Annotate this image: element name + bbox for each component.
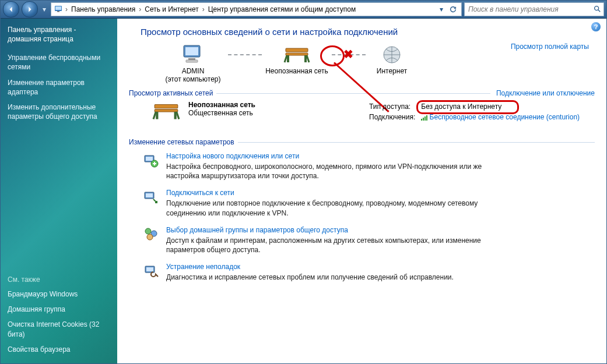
homegroup-icon bbox=[143, 226, 159, 242]
connect-disconnect-link[interactable]: Подключение или отключение bbox=[496, 89, 595, 97]
bench-icon bbox=[152, 101, 180, 122]
see-also-cookies[interactable]: Очистка Internet Cookies (32 бита) bbox=[8, 320, 110, 338]
map-node-network: Неопознанная сеть bbox=[262, 43, 332, 75]
new-connection-icon bbox=[143, 152, 159, 168]
option-title[interactable]: Устранение неполадок bbox=[166, 263, 454, 271]
option-title[interactable]: Выбор домашней группы и параметров общег… bbox=[166, 226, 493, 234]
active-network-type[interactable]: Общественная сеть bbox=[188, 109, 255, 117]
refresh-button[interactable] bbox=[447, 4, 459, 15]
map-node-internet-name: Интернет bbox=[366, 67, 418, 75]
option-homegroup: Выбор домашней группы и параметров общег… bbox=[143, 226, 595, 255]
option-connect-network: Подключиться к сети Подключение или повт… bbox=[143, 189, 595, 217]
active-network-block: Неопознанная сеть Общественная сеть Тип … bbox=[152, 101, 595, 122]
options-list: Настройка нового подключения или сети На… bbox=[143, 152, 595, 282]
map-connection-broken: ✖ bbox=[332, 54, 366, 55]
section-active-networks: Просмотр активных сетей Подключение или … bbox=[129, 89, 595, 97]
section-label: Изменение сетевых параметров bbox=[129, 138, 234, 146]
section-change-settings: Изменение сетевых параметров bbox=[129, 138, 595, 146]
nav-history-dropdown[interactable]: ▾ bbox=[40, 2, 48, 17]
svg-rect-13 bbox=[155, 105, 178, 108]
search-box[interactable] bbox=[464, 2, 604, 16]
breadcrumb-item[interactable]: Сеть и Интернет bbox=[143, 5, 199, 13]
map-connection-line bbox=[228, 54, 262, 55]
option-desc: Доступ к файлам и принтерам, расположенн… bbox=[166, 236, 493, 255]
computer-icon bbox=[158, 43, 228, 67]
access-type-value: Без доступа к Интернету bbox=[421, 103, 501, 111]
option-title[interactable]: Подключиться к сети bbox=[166, 189, 493, 197]
option-desc: Диагностика и исправление сетевых пробле… bbox=[166, 273, 454, 282]
wifi-signal-icon bbox=[421, 115, 427, 121]
window: ▾ › Панель управления › Сеть и Интернет … bbox=[0, 0, 607, 364]
breadcrumb-sep: › bbox=[64, 5, 69, 13]
option-title[interactable]: Настройка нового подключения или сети bbox=[166, 152, 493, 160]
map-node-local-name: ADMIN bbox=[158, 67, 228, 75]
nav-forward-button[interactable] bbox=[22, 1, 38, 17]
section-label: Просмотр активных сетей bbox=[129, 89, 213, 97]
sidebar-home-link[interactable]: Панель управления - домашняя страница bbox=[8, 26, 110, 44]
svg-rect-21 bbox=[146, 193, 153, 197]
see-also-browser[interactable]: Свойства браузера bbox=[8, 345, 110, 354]
svg-point-3 bbox=[595, 6, 599, 10]
see-also-heading: См. также bbox=[8, 275, 110, 284]
see-also-homegroup[interactable]: Домашняя группа bbox=[8, 305, 110, 314]
connection-link[interactable]: Беспроводное сетевое соединение (centuri… bbox=[430, 113, 580, 121]
sidebar-link-adapter[interactable]: Изменение параметров адаптера bbox=[8, 78, 110, 97]
svg-rect-14 bbox=[155, 109, 178, 112]
svg-rect-8 bbox=[286, 48, 308, 52]
svg-point-22 bbox=[145, 228, 151, 234]
map-node-local-sub: (этот компьютер) bbox=[158, 75, 228, 83]
connect-network-icon bbox=[143, 189, 159, 205]
svg-rect-5 bbox=[185, 47, 198, 55]
globe-icon bbox=[366, 43, 418, 67]
content-area: ? Просмотр основных сведений о сети и на… bbox=[117, 19, 606, 363]
svg-rect-9 bbox=[286, 53, 308, 55]
broken-x-icon: ✖ bbox=[343, 47, 353, 61]
access-type-label: Тип доступа: bbox=[369, 102, 420, 111]
page-title: Просмотр основных сведений о сети и наст… bbox=[141, 27, 595, 37]
address-dropdown[interactable]: ▾ bbox=[436, 4, 447, 15]
svg-rect-7 bbox=[186, 60, 198, 62]
nav-back-button[interactable] bbox=[3, 1, 19, 17]
svg-rect-26 bbox=[146, 267, 153, 271]
search-input[interactable] bbox=[467, 5, 593, 14]
option-desc: Подключение или повторное подключение к … bbox=[166, 199, 493, 217]
titlebar: ▾ › Панель управления › Сеть и Интернет … bbox=[1, 1, 606, 19]
svg-point-24 bbox=[147, 234, 153, 240]
breadcrumb-item[interactable]: Центр управления сетями и общим доступом bbox=[207, 5, 357, 13]
option-desc: Настройка беспроводного, широкополосного… bbox=[166, 162, 493, 181]
svg-rect-1 bbox=[55, 6, 61, 10]
map-node-internet: Интернет bbox=[366, 43, 418, 75]
breadcrumb-sep: › bbox=[201, 5, 206, 13]
connections-label: Подключения: bbox=[369, 112, 420, 122]
address-bar[interactable]: › Панель управления › Сеть и Интернет › … bbox=[51, 2, 462, 16]
svg-rect-18 bbox=[146, 157, 153, 161]
sidebar-link-wireless[interactable]: Управление беспроводными сетями bbox=[8, 53, 110, 72]
troubleshoot-icon bbox=[143, 263, 159, 279]
svg-rect-2 bbox=[57, 11, 59, 12]
map-node-local: ADMIN (этот компьютер) bbox=[158, 43, 228, 83]
see-also-firewall[interactable]: Брандмауэр Windows bbox=[8, 289, 110, 299]
sidebar-link-sharing[interactable]: Изменить дополнительные параметры общего… bbox=[8, 103, 110, 121]
control-panel-icon bbox=[54, 4, 63, 15]
search-icon[interactable] bbox=[593, 5, 601, 15]
bench-icon bbox=[262, 43, 332, 67]
view-full-map-link[interactable]: Просмотр полной карты bbox=[511, 43, 589, 51]
breadcrumb-sep: › bbox=[138, 5, 142, 13]
help-icon[interactable]: ? bbox=[591, 22, 601, 31]
map-node-network-name: Неопознанная сеть bbox=[262, 67, 332, 75]
breadcrumb-item[interactable]: Панель управления bbox=[70, 5, 136, 13]
option-troubleshoot: Устранение неполадок Диагностика и испра… bbox=[143, 263, 595, 282]
option-new-connection: Настройка нового подключения или сети На… bbox=[143, 152, 595, 181]
sidebar: Панель управления - домашняя страница Уп… bbox=[1, 19, 117, 363]
active-network-name: Неопознанная сеть bbox=[188, 101, 255, 109]
address-tools: ▾ bbox=[436, 4, 459, 15]
